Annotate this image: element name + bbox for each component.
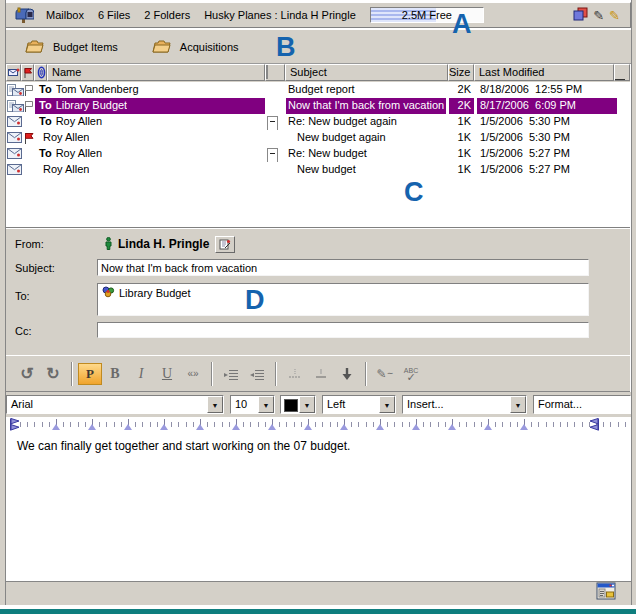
sender-name: Library Budget xyxy=(56,98,128,114)
flag-icon xyxy=(24,116,35,129)
tab-stop-marker[interactable] xyxy=(304,424,312,430)
to-prefix: To xyxy=(39,147,52,159)
tab-stop-marker[interactable] xyxy=(196,424,204,430)
message-body-text: We can finally get together and start wo… xyxy=(17,439,350,453)
insert-arrow-button[interactable] xyxy=(334,362,360,386)
window-layout-icon[interactable] xyxy=(596,582,617,603)
message-sender-cell: ToLibrary Budget xyxy=(35,98,265,114)
right-indent-marker[interactable] xyxy=(588,418,600,433)
collapse-all-threads-button[interactable] xyxy=(265,64,285,81)
ruler[interactable] xyxy=(6,417,630,433)
text-color-select[interactable]: ▼ xyxy=(280,395,316,414)
desktop-edge xyxy=(0,609,636,614)
quote-button[interactable]: «» xyxy=(180,362,206,386)
cc-label: Cc: xyxy=(15,325,32,337)
dropdown-arrow-icon[interactable]: ▼ xyxy=(299,396,315,413)
folders-count: 2 Folders xyxy=(144,9,190,21)
horizontal-rule-button[interactable] xyxy=(308,362,334,386)
dotted-rule-button[interactable] xyxy=(282,362,308,386)
insert-menu[interactable]: Insert... ▼ xyxy=(402,395,527,414)
window-border-left xyxy=(0,0,6,605)
tab-stop-marker[interactable] xyxy=(160,424,168,430)
column-header-subject[interactable]: Subject xyxy=(285,64,448,81)
message-row[interactable]: Roy Allen New budget again 1K 1/5/2006 5… xyxy=(6,130,630,146)
column-header-name[interactable]: Name xyxy=(47,64,265,81)
column-header-flag-icon[interactable] xyxy=(21,64,34,81)
signature-edit-icon[interactable]: ✎∼ xyxy=(372,362,398,386)
message-row[interactable]: ToTom Vandenberg Budget report 2K 8/18/2… xyxy=(6,82,630,98)
flag-icon xyxy=(24,164,35,177)
underline-button[interactable]: U xyxy=(154,362,180,386)
font-size-select[interactable]: 10 ▼ xyxy=(230,395,275,414)
to-field[interactable]: Library Budget xyxy=(97,283,589,316)
dropdown-arrow-icon[interactable]: ▼ xyxy=(207,396,223,413)
message-list: ToTom Vandenberg Budget report 2K 8/18/2… xyxy=(6,82,630,227)
dropdown-arrow-icon[interactable]: ▼ xyxy=(379,396,395,413)
format-menu[interactable]: Format... xyxy=(533,395,631,414)
sender-name: Roy Allen xyxy=(43,130,89,146)
message-row[interactable]: ToLibrary Budget Now that I'm back from … xyxy=(6,98,630,114)
tab-acquisitions[interactable]: Acquisitions xyxy=(152,39,239,55)
tab-stop-marker[interactable] xyxy=(340,424,348,430)
edit-pencil-icon[interactable]: ✎ xyxy=(593,9,604,22)
copy-message-icon[interactable] xyxy=(573,7,588,23)
collapse-thread-button[interactable] xyxy=(267,114,281,130)
dropdown-arrow-icon[interactable]: ▼ xyxy=(258,396,274,413)
check-icon: ✓ xyxy=(406,374,415,380)
message-header-panel: From: Linda H. Pringle Subject: To: xyxy=(6,227,630,356)
message-row[interactable]: ToRoy Allen Re: New budget 1K 1/5/2006 5… xyxy=(6,146,630,162)
message-body-area[interactable]: We can finally get together and start wo… xyxy=(6,432,630,581)
dropdown-arrow-icon[interactable]: ▼ xyxy=(510,396,526,413)
indent-right-button[interactable] xyxy=(218,362,244,386)
collapse-thread-button[interactable] xyxy=(267,146,281,162)
tab-stop-marker[interactable] xyxy=(124,424,132,430)
bold-button[interactable]: B xyxy=(102,362,128,386)
address-book-button[interactable] xyxy=(215,236,235,253)
tab-stop-marker[interactable] xyxy=(376,424,384,430)
annotation-letter-b: B xyxy=(276,34,296,60)
tab-stop-marker[interactable] xyxy=(232,424,240,430)
spell-check-button[interactable]: ABC ✓ xyxy=(398,362,424,386)
recipient-chip[interactable]: Library Budget xyxy=(98,284,588,300)
undo-button[interactable]: ↺ xyxy=(14,362,40,386)
message-subject: New budget xyxy=(286,162,446,178)
subject-input[interactable] xyxy=(97,259,589,276)
message-size: 1K xyxy=(449,146,474,162)
font-family-select[interactable]: Arial ▼ xyxy=(6,395,224,414)
tab-stop-marker[interactable] xyxy=(52,424,60,430)
tab-stop-marker[interactable] xyxy=(448,424,456,430)
paragraph-style-button[interactable]: P xyxy=(78,363,102,385)
message-size: 1K xyxy=(449,114,474,130)
italic-button[interactable]: I xyxy=(128,362,154,386)
column-header-size[interactable]: Size xyxy=(448,64,474,81)
to-prefix: To xyxy=(39,115,52,127)
message-row[interactable]: ToRoy Allen Re: New budget again 1K 1/5/… xyxy=(6,114,630,130)
toolbar-separator xyxy=(365,362,367,386)
message-row[interactable]: Roy Allen New budget 1K 1/5/2006 5:27 PM xyxy=(6,162,630,178)
column-header-status-icon[interactable] xyxy=(6,64,21,81)
tab-stop-marker[interactable] xyxy=(484,424,492,430)
window-border-right xyxy=(631,0,636,605)
sort-menu-button[interactable] xyxy=(614,64,630,81)
tab-stop-marker[interactable] xyxy=(520,424,528,430)
alignment-select[interactable]: Left ▼ xyxy=(322,395,396,414)
flag-icon xyxy=(24,84,35,97)
tab-stop-marker[interactable] xyxy=(88,424,96,430)
column-header-attachment-icon[interactable] xyxy=(34,64,47,81)
annotation-letter-c: C xyxy=(404,179,424,205)
redo-button[interactable]: ↻ xyxy=(40,362,66,386)
to-label: To: xyxy=(15,290,30,302)
tab-stop-marker[interactable] xyxy=(412,424,420,430)
message-sender-cell: ToRoy Allen xyxy=(35,114,265,130)
tab-stop-marker[interactable] xyxy=(268,424,276,430)
signature-pencil-icon[interactable]: ✎ xyxy=(609,9,620,22)
message-date: 1/5/2006 5:27 PM xyxy=(477,162,617,178)
mail-status-icon xyxy=(7,148,24,160)
left-indent-marker[interactable] xyxy=(9,418,21,433)
tab-budget-items[interactable]: Budget Items xyxy=(25,39,118,55)
column-header-last-modified[interactable]: Last Modified xyxy=(474,64,614,81)
indent-left-button[interactable] xyxy=(244,362,270,386)
cc-input[interactable] xyxy=(97,322,589,338)
minus-icon xyxy=(266,65,268,79)
mail-status-icon xyxy=(7,100,24,112)
